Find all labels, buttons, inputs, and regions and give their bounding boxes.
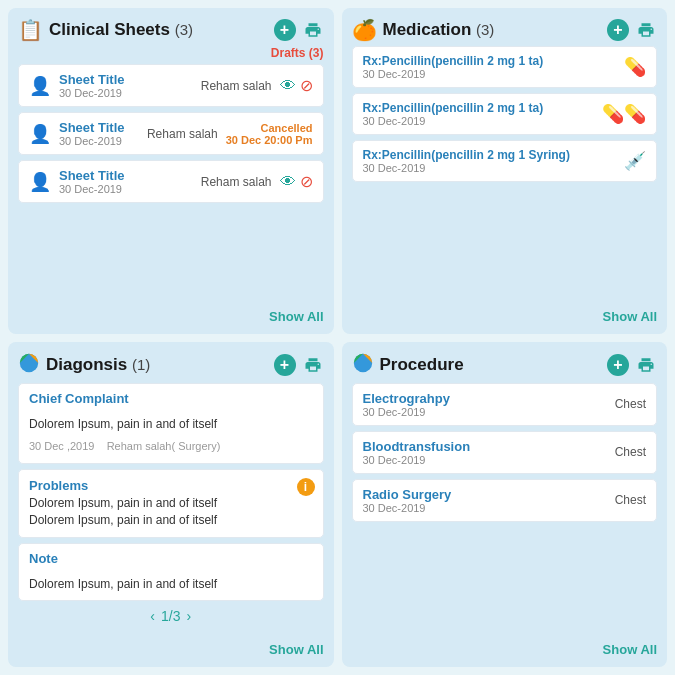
proc-title-1[interactable]: Electrograhpy: [363, 391, 615, 406]
med-title-1[interactable]: Rx:Pencillin(pencillin 2 mg 1 ta): [363, 54, 544, 68]
note-card: Note Dolorem Ipsum, pain in and of itsel…: [18, 543, 324, 601]
medication-header: 🍊 Medication (3) +: [352, 18, 658, 42]
drafts-line: Drafts (3): [18, 46, 324, 60]
add-procedure-button[interactable]: +: [607, 354, 629, 376]
drafts-label-text: Drafts: [271, 46, 306, 60]
medication-actions: +: [607, 19, 657, 41]
diagnosis-icon: [18, 352, 40, 379]
add-diagnosis-button[interactable]: +: [274, 354, 296, 376]
med-date-3: 30 Dec-2019: [363, 162, 570, 174]
clinical-sheets-icon: 📋: [18, 18, 43, 42]
med-card-1: Rx:Pencillin(pencillin 2 mg 1 ta) 30 Dec…: [352, 46, 658, 88]
med-icon-1: 💊: [624, 56, 646, 78]
sheet-date-1: 30 Dec-2019: [59, 87, 193, 99]
diagnosis-title: Diagonsis (1): [46, 355, 150, 375]
clinical-sheets-count: (3): [175, 21, 193, 38]
chief-complaint-meta: 30 Dec ,2019 Reham salah( Surgery): [29, 440, 220, 452]
medication-title-text: Medication: [383, 20, 472, 39]
med-icon-2: 💊💊: [602, 103, 646, 125]
info-badge: i: [297, 478, 315, 496]
med-info-2: Rx:Pencillin(pencillin 2 mg 1 ta) 30 Dec…: [363, 101, 544, 127]
print-diagnosis-button[interactable]: [302, 354, 324, 376]
proc-title-3[interactable]: Radio Surgery: [363, 487, 615, 502]
chief-complaint-card: Chief Complaint Dolorem Ipsum, pain in a…: [18, 383, 324, 465]
proc-info-3: Radio Surgery 30 Dec-2019: [363, 487, 615, 514]
sheet-date-3: 30 Dec-2019: [59, 183, 193, 195]
med-title-2[interactable]: Rx:Pencillin(pencillin 2 mg 1 ta): [363, 101, 544, 115]
sheet-name-3: Reham salah: [201, 175, 272, 189]
medication-show-all[interactable]: Show All: [352, 305, 658, 324]
eye-icon-1[interactable]: 👁: [280, 77, 296, 95]
proc-location-2: Chest: [615, 445, 646, 459]
problems-line-1: Dolorem Ipsum, pain in and of itself: [29, 495, 313, 512]
print-clinical-sheet-button[interactable]: [302, 19, 324, 41]
diagnosis-header: Diagonsis (1) +: [18, 352, 324, 379]
med-title-3[interactable]: Rx:Pencillin(pencillin 2 mg 1 Syring): [363, 148, 570, 162]
sheet-actions-2: Cancelled 30 Dec 20:00 Pm: [226, 122, 313, 146]
procedure-header: Procedure +: [352, 352, 658, 379]
eye-icon-3[interactable]: 👁: [280, 173, 296, 191]
medication-panel: 🍊 Medication (3) + Rx:Pencillin(pencilli…: [342, 8, 668, 334]
sheet-title-2[interactable]: Sheet Title: [59, 120, 139, 135]
med-info-3: Rx:Pencillin(pencillin 2 mg 1 Syring) 30…: [363, 148, 570, 174]
sheet-date-2: 30 Dec-2019: [59, 135, 139, 147]
prev-page-button[interactable]: ‹: [150, 608, 155, 624]
diagnosis-panel: Diagonsis (1) + Chief Complaint Dolorem …: [8, 342, 334, 668]
proc-date-2: 30 Dec-2019: [363, 454, 615, 466]
proc-title-2[interactable]: Bloodtransfusion: [363, 439, 615, 454]
procedure-title: Procedure: [380, 355, 464, 375]
proc-card-1: Electrograhpy 30 Dec-2019 Chest: [352, 383, 658, 426]
print-medication-button[interactable]: [635, 19, 657, 41]
med-date-2: 30 Dec-2019: [363, 115, 544, 127]
clinical-sheets-header: 📋 Clinical Sheets (3) +: [18, 18, 324, 42]
med-info-1: Rx:Pencillin(pencillin 2 mg 1 ta) 30 Dec…: [363, 54, 544, 80]
proc-card-3: Radio Surgery 30 Dec-2019 Chest: [352, 479, 658, 522]
procedure-icon: [352, 352, 374, 379]
print-procedure-button[interactable]: [635, 354, 657, 376]
chief-complaint-label: Chief Complaint: [29, 391, 129, 406]
procedure-title-text: Procedure: [380, 355, 464, 374]
problems-label: Problems: [29, 478, 313, 493]
med-card-3: Rx:Pencillin(pencillin 2 mg 1 Syring) 30…: [352, 140, 658, 182]
medication-icon: 🍊: [352, 18, 377, 42]
proc-info-2: Bloodtransfusion 30 Dec-2019: [363, 439, 615, 466]
diagnosis-actions: +: [274, 354, 324, 376]
clinical-sheets-show-all[interactable]: Show All: [18, 305, 324, 324]
sheet-body-3: Sheet Title 30 Dec-2019: [59, 168, 193, 195]
page-indicator: 1/3: [161, 608, 180, 624]
medication-count: (3): [476, 21, 494, 38]
clinical-sheets-title-text: Clinical Sheets: [49, 20, 170, 39]
block-icon-1[interactable]: ⊘: [300, 76, 313, 95]
add-medication-button[interactable]: +: [607, 19, 629, 41]
proc-location-1: Chest: [615, 397, 646, 411]
proc-date-3: 30 Dec-2019: [363, 502, 615, 514]
sheet-title-3[interactable]: Sheet Title: [59, 168, 193, 183]
note-text: Dolorem Ipsum, pain in and of itself: [29, 576, 217, 593]
drafts-count: (3): [309, 46, 324, 60]
next-page-button[interactable]: ›: [186, 608, 191, 624]
block-icon-3[interactable]: ⊘: [300, 172, 313, 191]
diagnosis-show-all[interactable]: Show All: [18, 638, 324, 657]
med-card-2: Rx:Pencillin(pencillin 2 mg 1 ta) 30 Dec…: [352, 93, 658, 135]
problems-card: i Problems Dolorem Ipsum, pain in and of…: [18, 469, 324, 538]
sheet-card-2: 👤 Sheet Title 30 Dec-2019 Reham salah Ca…: [18, 112, 324, 155]
sheet-title-1[interactable]: Sheet Title: [59, 72, 193, 87]
note-label: Note: [29, 551, 58, 566]
sheet-actions-3: 👁 ⊘: [280, 172, 313, 191]
sheet-actions-1: 👁 ⊘: [280, 76, 313, 95]
problems-line-2: Dolorem Ipsum, pain in and of itself: [29, 512, 313, 529]
sheet-name-2: Reham salah: [147, 127, 218, 141]
diagnosis-title-text: Diagonsis: [46, 355, 127, 374]
drafts-label: Drafts (3): [271, 46, 324, 60]
chief-complaint-text: Dolorem Ipsum, pain in and of itself: [29, 416, 217, 433]
cancelled-badge: Cancelled 30 Dec 20:00 Pm: [226, 122, 313, 146]
procedure-show-all[interactable]: Show All: [352, 638, 658, 657]
proc-location-3: Chest: [615, 493, 646, 507]
add-clinical-sheet-button[interactable]: +: [274, 19, 296, 41]
procedure-actions: +: [607, 354, 657, 376]
proc-card-2: Bloodtransfusion 30 Dec-2019 Chest: [352, 431, 658, 474]
clinical-sheets-title: Clinical Sheets (3): [49, 20, 193, 40]
med-icon-3: 💉: [624, 150, 646, 172]
cancelled-text: Cancelled: [226, 122, 313, 134]
clinical-sheets-panel: 📋 Clinical Sheets (3) + Drafts (3) 👤 She…: [8, 8, 334, 334]
